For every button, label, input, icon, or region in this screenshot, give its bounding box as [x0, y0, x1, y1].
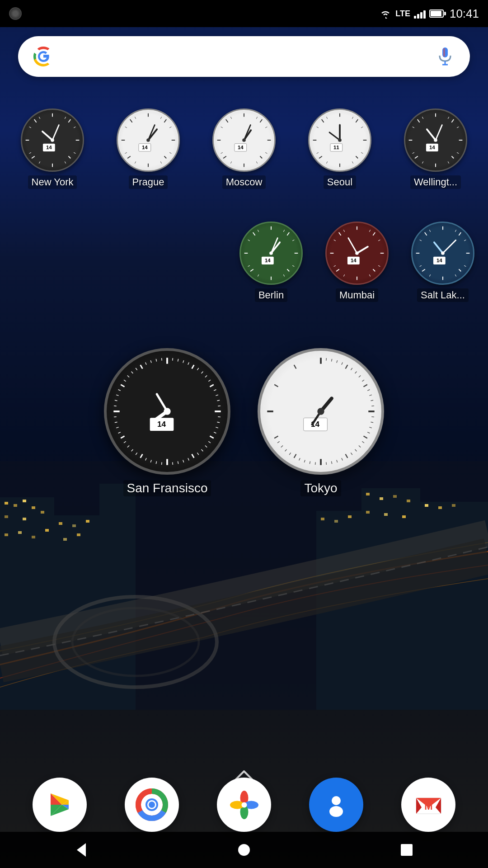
- svg-point-210: [441, 251, 445, 255]
- svg-line-265: [131, 372, 133, 373]
- svg-line-154: [250, 269, 253, 271]
- play-store-logo: [44, 789, 75, 821]
- clock-berlin[interactable]: 14 Berlin: [235, 222, 307, 302]
- svg-line-93: [256, 117, 257, 119]
- search-input[interactable]: [62, 36, 434, 77]
- home-button[interactable]: [226, 832, 262, 868]
- svg-line-153: [287, 232, 289, 236]
- svg-line-243: [188, 458, 189, 460]
- clock-new-york[interactable]: 14 New York: [16, 108, 89, 189]
- svg-line-113: [356, 156, 358, 158]
- svg-line-261: [116, 395, 118, 396]
- svg-line-132: [451, 119, 454, 123]
- clock-face-svg: 14: [22, 110, 83, 170]
- svg-line-302: [369, 427, 371, 428]
- recents-button[interactable]: [389, 832, 425, 868]
- svg-point-126: [338, 138, 342, 142]
- contacts-icon[interactable]: [309, 778, 363, 832]
- svg-line-255: [118, 432, 121, 433]
- search-bar[interactable]: [18, 36, 470, 77]
- clock-seoul[interactable]: 11 Seoul: [304, 108, 376, 189]
- svg-line-90: [260, 119, 262, 123]
- home-icon: [237, 843, 251, 857]
- svg-line-72: [160, 117, 161, 119]
- svg-point-342: [241, 802, 247, 807]
- large-clock-svg: 14: [107, 351, 228, 472]
- svg-text:M: M: [424, 801, 432, 812]
- svg-line-225: [183, 360, 184, 363]
- back-button[interactable]: [63, 832, 99, 868]
- svg-line-295: [362, 380, 364, 381]
- svg-line-159: [283, 274, 284, 276]
- svg-point-168: [269, 251, 273, 255]
- svg-line-140: [413, 152, 414, 153]
- svg-line-118: [326, 161, 327, 163]
- clock-mumbai[interactable]: 14 Mumbai: [321, 222, 393, 302]
- svg-line-58: [39, 117, 40, 119]
- svg-line-71: [164, 156, 166, 158]
- recents-icon: [400, 843, 413, 857]
- svg-line-163: [258, 230, 258, 232]
- svg-line-139: [422, 161, 423, 163]
- play-store-icon[interactable]: [33, 778, 87, 832]
- clock-prague[interactable]: 14 Prague: [112, 108, 184, 189]
- svg-line-250: [145, 458, 146, 460]
- svg-point-189: [355, 251, 359, 255]
- svg-line-175: [336, 269, 339, 271]
- svg-line-197: [459, 269, 461, 271]
- svg-line-47: [34, 119, 37, 123]
- svg-line-98: [221, 152, 223, 153]
- svg-line-160: [258, 274, 258, 276]
- svg-line-199: [464, 240, 466, 241]
- svg-line-62: [52, 125, 59, 141]
- svg-line-240: [205, 446, 207, 448]
- svg-line-266: [136, 368, 137, 370]
- svg-line-308: [342, 458, 343, 460]
- gmail-icon[interactable]: M: [401, 778, 455, 832]
- clock-label-saltlake: Salt Lak...: [417, 288, 469, 302]
- svg-line-310: [331, 461, 332, 464]
- svg-line-286: [274, 385, 278, 387]
- svg-line-179: [378, 265, 380, 266]
- svg-line-162: [248, 240, 250, 241]
- svg-line-136: [457, 127, 459, 127]
- clock-saltlake[interactable]: 14 Salt Lak...: [407, 222, 479, 302]
- svg-line-194: [425, 232, 427, 236]
- svg-line-111: [356, 119, 358, 123]
- svg-line-178: [378, 240, 380, 241]
- svg-line-114: [352, 117, 353, 119]
- svg-line-312: [315, 462, 316, 465]
- mic-icon[interactable]: [434, 45, 456, 68]
- chrome-icon[interactable]: [125, 778, 179, 832]
- svg-line-226: [188, 363, 189, 365]
- photos-icon[interactable]: [217, 778, 271, 832]
- svg-line-135: [448, 117, 449, 119]
- clock-wellington[interactable]: 14 Wellingt...: [399, 108, 472, 189]
- svg-line-173: [339, 232, 341, 236]
- svg-marker-352: [77, 843, 86, 857]
- svg-line-209: [443, 240, 456, 253]
- svg-line-313: [310, 461, 310, 464]
- svg-line-180: [369, 274, 370, 276]
- svg-line-315: [299, 458, 300, 460]
- svg-line-290: [337, 360, 338, 363]
- svg-line-262: [118, 390, 121, 391]
- clock-moscow[interactable]: 14 Moscow: [208, 108, 280, 189]
- google-logo: [32, 45, 55, 68]
- clocks-row-2: 14 Berlin: [0, 222, 488, 302]
- chrome-logo: [134, 787, 170, 823]
- svg-line-205: [429, 230, 430, 232]
- svg-line-74: [169, 152, 171, 153]
- svg-line-200: [464, 265, 466, 266]
- svg-line-203: [420, 265, 422, 266]
- svg-line-311: [326, 462, 327, 465]
- svg-text:14: 14: [436, 258, 442, 263]
- clock-san-fransisco[interactable]: 14 San Fransisco: [104, 348, 230, 496]
- svg-line-282: [363, 436, 367, 439]
- svg-line-270: [162, 358, 162, 361]
- clock-tokyo[interactable]: 14 Tokyo: [258, 348, 384, 496]
- svg-line-288: [326, 358, 327, 361]
- svg-line-291: [342, 363, 343, 365]
- svg-line-303: [367, 432, 370, 433]
- svg-line-110: [322, 119, 324, 123]
